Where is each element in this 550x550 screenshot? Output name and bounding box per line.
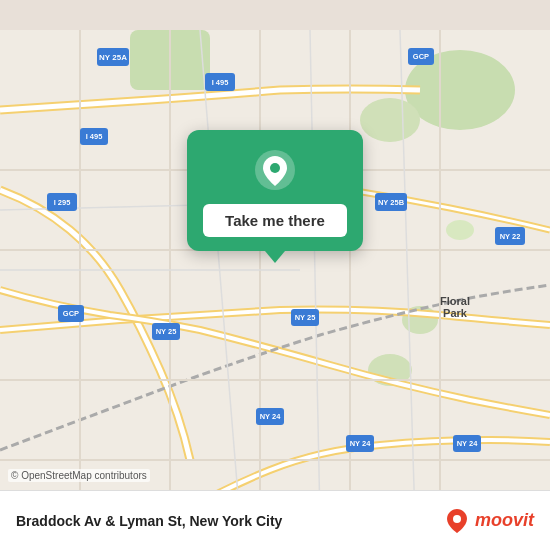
location-label: Braddock Av & Lyman St, New York City [16,513,282,529]
svg-text:Park: Park [443,307,468,319]
svg-text:NY 24: NY 24 [260,412,282,421]
moovit-pin-icon [443,507,471,535]
attribution: © OpenStreetMap contributors [8,469,150,482]
location-card[interactable]: Take me there [187,130,363,251]
svg-text:Floral: Floral [440,295,470,307]
svg-text:NY 22: NY 22 [500,232,521,241]
location-pin-icon [253,148,297,192]
svg-text:GCP: GCP [413,52,429,61]
svg-text:I 495: I 495 [86,132,103,141]
moovit-logo: moovit [443,507,534,535]
map-container: NY 25A I 495 I 495 I 295 GCP GCP NY 25B … [0,0,550,550]
svg-text:NY 24: NY 24 [457,439,479,448]
svg-text:NY 25: NY 25 [156,327,177,336]
svg-point-6 [446,220,474,240]
svg-text:GCP: GCP [63,309,79,318]
svg-text:NY 25: NY 25 [295,313,316,322]
svg-point-51 [453,515,461,523]
svg-point-2 [360,98,420,142]
svg-point-50 [270,163,280,173]
svg-text:I 295: I 295 [54,198,71,207]
moovit-brand-label: moovit [475,510,534,531]
svg-text:NY 24: NY 24 [350,439,372,448]
svg-text:NY 25A: NY 25A [99,53,127,62]
bottom-bar: Braddock Av & Lyman St, New York City mo… [0,490,550,550]
svg-text:I 495: I 495 [212,78,229,87]
take-me-there-button[interactable]: Take me there [203,204,347,237]
svg-text:NY 25B: NY 25B [378,198,405,207]
